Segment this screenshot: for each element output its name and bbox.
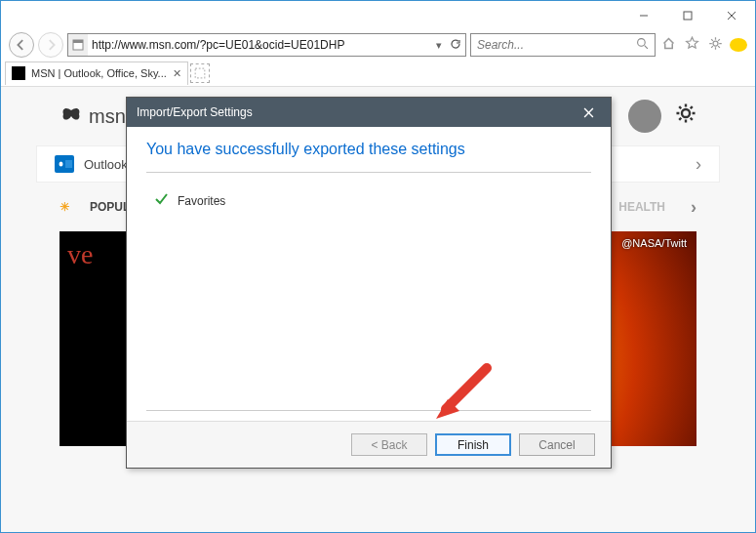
svg-point-6 [638,39,646,47]
svg-point-10 [682,109,690,117]
tab-title: MSN | Outlook, Office, Sky... [31,67,167,79]
url-actions: ▾ [432,34,465,56]
settings-gear-icon[interactable] [675,102,696,130]
tab-strip: MSN | Outlook, Office, Sky... ✕ [1,60,755,87]
dialog-heading: You have successfully exported these set… [146,141,591,158]
back-button[interactable] [9,32,34,58]
refresh-icon[interactable] [450,38,461,52]
outlook-icon [55,155,74,173]
tools-gear-icon[interactable] [706,36,724,55]
toolbar-icons [659,36,747,55]
hero-credit: @NASA/Twitt [621,237,687,249]
butterfly-icon [60,104,83,128]
svg-rect-12 [65,160,72,168]
msn-logo[interactable]: msn [60,104,126,128]
svg-rect-1 [684,12,692,20]
dialog-footer-divider [146,410,591,411]
address-bar[interactable]: ▾ [67,33,466,57]
forward-button[interactable] [38,32,63,58]
close-window-button[interactable] [709,2,753,29]
url-input[interactable] [88,34,432,56]
site-identity-icon[interactable] [68,34,88,56]
back-dialog-button: < Back [351,433,427,456]
search-input[interactable] [477,38,636,52]
dialog-titlebar[interactable]: Import/Export Settings [127,98,611,127]
smiley-icon[interactable] [730,38,747,52]
tab-msn[interactable]: MSN | Outlook, Office, Sky... ✕ [5,62,188,85]
exported-item-label: Favorites [178,194,225,208]
dialog-footer: < Back Finish Cancel [127,421,611,468]
svg-point-13 [60,161,63,166]
search-icon[interactable] [636,36,649,54]
chevron-right-icon[interactable]: › [696,154,701,175]
search-box[interactable] [470,33,656,57]
cancel-button[interactable]: Cancel [519,433,595,456]
import-export-dialog: Import/Export Settings You have successf… [126,97,612,469]
msn-logo-text: msn [89,105,126,128]
tab-favicon [12,66,25,80]
exported-item-favorites: Favorites [146,173,591,215]
checkmark-icon [154,192,168,209]
nav-health[interactable]: HEALTH [618,200,665,214]
minimize-button[interactable] [621,2,665,29]
home-icon[interactable] [659,36,677,55]
favorites-star-icon[interactable] [683,36,700,55]
dialog-title-text: Import/Export Settings [137,105,253,119]
avatar[interactable] [628,100,661,133]
sun-icon: ☀ [60,200,70,214]
svg-point-8 [713,41,718,46]
svg-rect-9 [195,68,205,78]
nav-chevron-icon[interactable]: › [691,197,696,218]
browser-toolbar: ▾ [1,30,755,60]
dropdown-icon[interactable]: ▾ [436,39,442,52]
new-tab-button[interactable] [190,63,210,83]
window-titlebar [1,1,755,30]
svg-rect-5 [73,40,83,43]
maximize-button[interactable] [665,2,709,29]
dialog-close-icon[interactable] [576,102,601,123]
tab-close-icon[interactable]: ✕ [173,67,181,80]
finish-button[interactable]: Finish [435,433,511,456]
svg-line-7 [645,46,648,49]
